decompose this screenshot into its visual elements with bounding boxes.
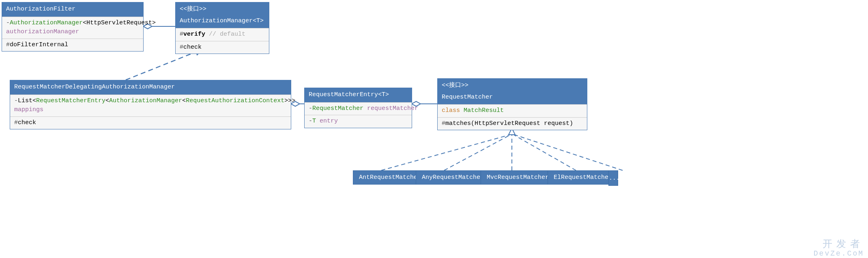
method-row: #doFilterInternal — [2, 39, 143, 52]
svg-line-1 — [126, 49, 202, 80]
impl-anyrequestmatcher: AnyRequestMatcher — [416, 170, 490, 185]
method-row: #check — [10, 116, 291, 129]
svg-line-8 — [513, 135, 576, 170]
svg-line-5 — [381, 135, 510, 170]
class-title: <<接口>> RequestMatcher — [438, 79, 587, 104]
field-row: -T entry — [305, 115, 412, 128]
field-row: -RequestMatcher requestMatcher — [305, 102, 412, 115]
inner-class-row: class MatchResult — [438, 104, 587, 117]
field-row: -List<RequestMatcherEntry<AuthorizationM… — [10, 95, 291, 116]
impl-elrequestmatcher: ElRequestMatcher — [548, 170, 618, 185]
method-row: #verify // default — [176, 28, 269, 41]
class-title: AuthorizationFilter — [2, 2, 143, 17]
class-authorizationfilter: AuthorizationFilter -AuthorizationManage… — [2, 2, 144, 52]
method-row: #matches(HttpServletRequest request) — [438, 117, 587, 130]
class-requestmatcher: <<接口>> RequestMatcher class MatchResult … — [437, 78, 587, 130]
class-requestmatcherentry: RequestMatcherEntry<T> -RequestMatcher r… — [304, 88, 412, 128]
svg-line-9 — [514, 135, 623, 170]
class-title: RequestMatcherEntry<T> — [305, 88, 412, 102]
watermark: 开发者 DevZe.CoM — [814, 239, 864, 258]
class-title: RequestMatcherDelegatingAuthorizationMan… — [10, 80, 291, 95]
svg-line-6 — [444, 135, 511, 170]
impl-mvcrequestmatcher: MvcRequestMatcher — [481, 170, 555, 185]
class-authorizationmanager: <<接口>> AuthorizationManager<T> #verify /… — [175, 2, 269, 54]
impl-more: ... — [608, 170, 618, 186]
method-row: #check — [176, 41, 269, 54]
class-delegating: RequestMatcherDelegatingAuthorizationMan… — [10, 80, 291, 129]
class-title: <<接口>> AuthorizationManager<T> — [176, 2, 269, 28]
field-row: -AuthorizationManager<HttpServletRequest… — [2, 17, 143, 39]
